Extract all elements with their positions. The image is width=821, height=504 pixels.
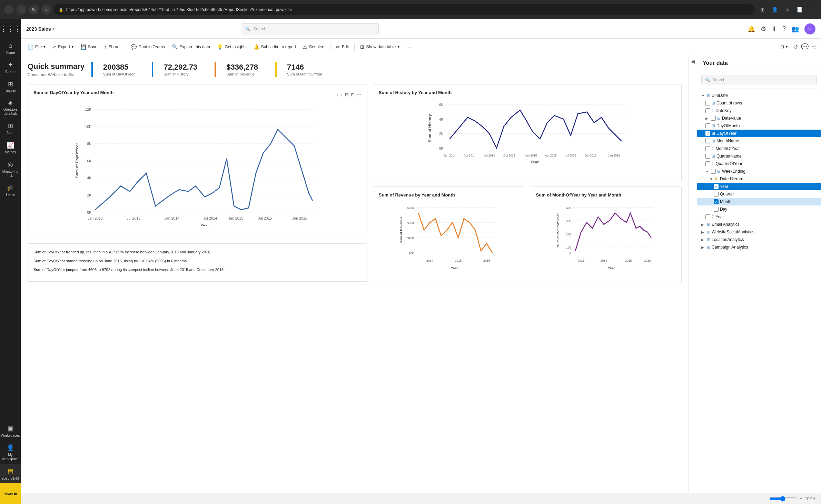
tree-item-email-analytics[interactable]: ▶ ⊞ Email Analytics xyxy=(697,221,821,228)
monthname-checkbox[interactable] xyxy=(705,139,710,143)
get-insights-button[interactable]: 💡 Get insights xyxy=(214,42,249,51)
tree-item-dayofmonth[interactable]: ⊞ DayOfMonth xyxy=(697,122,821,130)
tree-item-monthofyear[interactable]: Σ MonthOfYear xyxy=(697,145,821,152)
month-checkbox[interactable]: ✓ xyxy=(714,199,719,204)
sidebar-metrics-label: Metrics xyxy=(5,150,16,154)
chart-more-icon[interactable]: ⋯ xyxy=(357,92,362,98)
tree-item-datevalue[interactable]: ▶ ⊞ DateValue xyxy=(697,114,821,122)
url-bar[interactable]: 🔒 https://app.powerbi.com/groups/me/repo… xyxy=(54,4,755,15)
year2-checkbox[interactable] xyxy=(705,214,710,219)
zoom-slider[interactable] xyxy=(769,496,797,502)
quartername-checkbox[interactable] xyxy=(705,154,710,159)
datekey-checkbox[interactable] xyxy=(705,108,710,113)
share-people-icon[interactable]: 👥 xyxy=(791,25,799,33)
toolbar-more-button[interactable]: ⋯ xyxy=(404,42,413,52)
chat-in-teams-button[interactable]: 💬 Chat in Teams xyxy=(128,42,167,51)
tree-item-date-hierarc[interactable]: ▼ ⊞ Date Hierarc... xyxy=(697,175,821,183)
sidebar-item-metrics[interactable]: 📈 Metrics xyxy=(0,138,21,157)
count-rows-checkbox[interactable] xyxy=(705,101,710,105)
save-button[interactable]: 💾 Save xyxy=(78,42,100,51)
zoom-in-button[interactable]: + xyxy=(800,496,802,501)
show-data-label: Show data table xyxy=(366,44,396,49)
tree-item-website-social[interactable]: ▶ ⊞ WebsiteSocialAnalytics xyxy=(697,228,821,236)
tree-item-month[interactable]: ✓ Month xyxy=(697,198,821,205)
datevalue-checkbox[interactable] xyxy=(711,116,716,121)
subscribe-button[interactable]: 🔔 Subscribe to report xyxy=(251,42,299,51)
tree-item-quarterofyear[interactable]: Σ QuarterOfYear xyxy=(697,160,821,168)
filters-search-input[interactable]: 🔍 Search xyxy=(701,75,817,85)
alert-icon: ⚠ xyxy=(303,44,307,50)
settings-icon[interactable]: ⚙ xyxy=(761,25,766,33)
datevalue-label: DateValue xyxy=(722,116,817,121)
notification-bell-icon[interactable]: 🔔 xyxy=(748,25,755,33)
day-checkbox[interactable] xyxy=(714,207,719,212)
sidebar-item-monitoring[interactable]: ◎ Monitoringhub xyxy=(0,157,21,181)
help-icon[interactable]: ? xyxy=(782,25,786,32)
explore-data-button[interactable]: 🔍 Explore this data xyxy=(169,42,213,51)
share-button[interactable]: ↑ Share xyxy=(101,42,122,51)
star-icon[interactable]: ☆ xyxy=(782,5,792,14)
chart-sort-desc-icon[interactable]: ↓ xyxy=(340,92,343,97)
sidebar-item-onelake[interactable]: ◈ OneLakedata hub xyxy=(0,96,21,119)
chart-sort-asc-icon[interactable]: ↑ xyxy=(336,92,339,97)
tree-item-quartername[interactable]: ⊞ QuarterName xyxy=(697,152,821,160)
toolbar-refresh-icon[interactable]: ↺ xyxy=(793,43,798,51)
toolbar-comment-icon[interactable]: 💬 xyxy=(801,43,809,51)
quarter-checkbox[interactable] xyxy=(714,192,719,196)
tree-item-weekending[interactable]: ▼ ⊞ WeekEnding xyxy=(697,168,821,175)
top-search-bar[interactable]: 🔍 Search xyxy=(241,23,379,34)
sidebar-item-my-workspace[interactable]: 👤 Myworkspace xyxy=(0,441,21,464)
apps-icon: ⊞ xyxy=(8,122,13,130)
chart-expand-icon[interactable]: ⊞ xyxy=(345,92,349,97)
sidebar-item-learn[interactable]: 🎓 Learn xyxy=(0,181,21,200)
show-data-button[interactable]: ⊞ Show data table ▾ xyxy=(357,42,402,51)
year-checkbox[interactable]: ✓ xyxy=(714,184,719,189)
user-avatar[interactable]: U xyxy=(804,23,815,34)
tree-item-monthname[interactable]: ⊞ MonthName xyxy=(697,137,821,145)
tree-item-count-rows[interactable]: ⊞ Count of rows xyxy=(697,99,821,107)
title-dropdown-icon[interactable]: ▾ xyxy=(52,27,55,31)
edit-button[interactable]: ✏ Edit xyxy=(333,42,352,51)
profile-icon[interactable]: 👤 xyxy=(770,5,780,14)
apps-menu-button[interactable]: ⋮⋮⋮ xyxy=(0,19,21,39)
monthofyear-checkbox[interactable] xyxy=(705,146,710,151)
quarterofyear-checkbox[interactable] xyxy=(705,161,710,166)
browser-menu-icon[interactable]: ⋯ xyxy=(807,5,817,14)
refresh-button[interactable]: ↻ xyxy=(29,5,39,14)
sidebar-item-create[interactable]: ✦ Create xyxy=(0,58,21,77)
tree-item-year[interactable]: ✓ Year xyxy=(697,183,821,190)
tree-item-datekey[interactable]: Σ DateKey xyxy=(697,107,821,114)
tree-item-dimdate[interactable]: ▼ ⊞ DimDate xyxy=(697,92,821,99)
view-toggle-button[interactable]: ⊡ ▾ xyxy=(778,43,790,51)
toolbar-bookmark-icon[interactable]: ☆ xyxy=(811,43,817,51)
sidebar-item-browse[interactable]: ⊞ Browse xyxy=(0,77,21,96)
back-button[interactable]: ← xyxy=(4,5,14,14)
svg-text:$20K: $20K xyxy=(407,221,414,225)
tree-item-dayofyear[interactable]: ✓ ⊞ DayOfYear xyxy=(697,130,821,137)
dayofmonth-checkbox[interactable] xyxy=(705,123,710,128)
forward-button[interactable]: → xyxy=(17,5,26,14)
export-button[interactable]: ↗ Export ▾ xyxy=(49,42,76,51)
zoom-out-button[interactable]: − xyxy=(764,496,766,501)
tree-item-location-analytics[interactable]: ▶ ⊞ LocationAnalytics xyxy=(697,236,821,243)
extensions-icon[interactable]: ⊞ xyxy=(758,5,767,14)
tree-item-year2[interactable]: Σ Year xyxy=(697,213,821,221)
svg-text:$30K: $30K xyxy=(407,206,414,210)
sidebar-item-apps[interactable]: ⊞ Apps xyxy=(0,119,21,138)
tree-item-quarter[interactable]: Quarter xyxy=(697,190,821,198)
tree-item-campaign-analytics[interactable]: ▶ ⊞ Campaign Analytics xyxy=(697,243,821,251)
sidebar-item-workspaces[interactable]: ▣ Workspaces xyxy=(0,421,21,441)
weekending-checkbox[interactable] xyxy=(711,169,716,174)
sidebar-item-home[interactable]: ⌂ Home xyxy=(0,39,21,58)
weekending-label: WeekEnding xyxy=(722,169,817,174)
sidebar-item-2023-sales[interactable]: ▤ 2023 Sales xyxy=(0,464,21,483)
set-alert-button[interactable]: ⚠ Set alert xyxy=(300,42,327,51)
bookmark-icon[interactable]: 📑 xyxy=(795,5,804,14)
download-icon[interactable]: ⬇ xyxy=(772,25,777,33)
tree-item-day[interactable]: Day xyxy=(697,205,821,213)
dayofyear-checkbox[interactable]: ✓ xyxy=(705,131,710,136)
right-panel-toggle[interactable]: ◀ xyxy=(689,55,697,493)
home-browser-button[interactable]: ⌂ xyxy=(41,5,51,14)
file-button[interactable]: 📄 File ▾ xyxy=(25,42,48,51)
chart-focus-icon[interactable]: ⊡ xyxy=(351,92,355,97)
